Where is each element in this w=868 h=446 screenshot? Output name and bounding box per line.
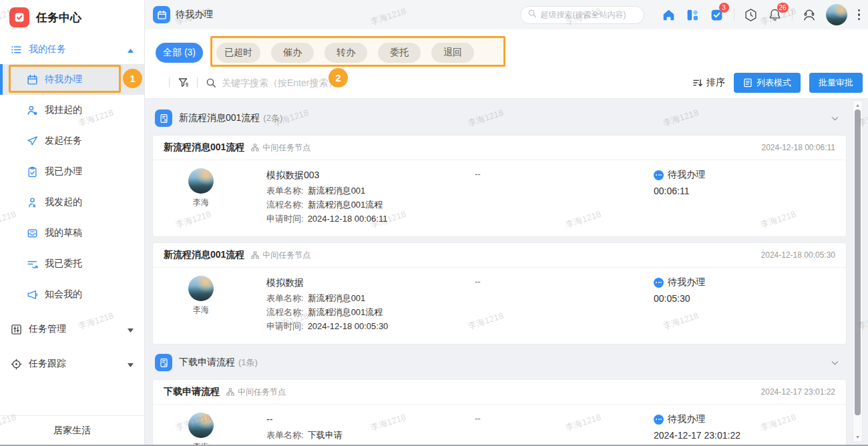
filter-transfer-pill[interactable]: 转办	[324, 43, 367, 63]
sidebar-item-label: 知会我的	[45, 288, 82, 300]
sidebar-item-label: 发起任务	[45, 135, 82, 147]
sidebar-item-cc-to-me[interactable]: 知会我的	[0, 279, 144, 310]
filter-funnel-icon[interactable]	[178, 77, 189, 88]
scroll-down-arrow[interactable]: ▼	[855, 433, 860, 441]
sidebar-item-label: 我挂起的	[45, 104, 82, 116]
group-header[interactable]: 新流程消息001流程 (2条)	[155, 108, 847, 128]
topbar: 待我办理 3	[145, 0, 868, 29]
field-row: 流程名称:新流程消息001流程	[266, 198, 467, 212]
app-title: 任务中心	[36, 10, 81, 25]
sidebar-item-drafts[interactable]: 我的草稿	[0, 218, 144, 248]
task-node: 中间任务节点	[251, 250, 310, 261]
sidebar-item-initiated-by-me[interactable]: 我发起的	[0, 187, 144, 218]
customer-service-icon[interactable]	[802, 7, 817, 22]
status-column: 待我办理 00:05:30	[654, 276, 835, 333]
group-title: 下载申请流程	[179, 357, 235, 369]
group-header[interactable]: 下载申请流程 (1条)	[155, 353, 847, 373]
filter-return-pill[interactable]: 退回	[431, 43, 474, 63]
filter-urge-pill[interactable]: 催办	[271, 43, 314, 63]
chevron-down-icon[interactable]	[830, 358, 840, 368]
task-node: 中间任务节点	[251, 142, 310, 154]
status-time: 00:05:30	[654, 293, 835, 304]
scrollbar[interactable]: ▲ ▼	[853, 100, 863, 442]
megaphone-icon	[27, 289, 38, 300]
notification-count-badge: 26	[777, 3, 789, 13]
task-flow-title: 下载申请流程	[164, 386, 220, 398]
sidebar-item-suspended[interactable]: 我挂起的	[0, 95, 144, 126]
sidebar: 任务中心 我的任务 待我办理 我挂起的	[0, 0, 145, 445]
sidebar-footer[interactable]: 居家生活	[0, 415, 144, 445]
user-avatar[interactable]	[826, 4, 847, 25]
task-card[interactable]: 新流程消息001流程 中间任务节点 2024-12-18 00:05:30 李海…	[152, 242, 847, 345]
scroll-up-arrow[interactable]: ▲	[855, 101, 860, 109]
task-card[interactable]: 新流程消息001流程 中间任务节点 2024-12-18 00:06:11 李海…	[152, 135, 847, 237]
list-mode-button[interactable]: 列表模式	[734, 73, 801, 93]
status-column: 待我办理 2024-12-17 23:01:22	[654, 413, 835, 446]
task-subject: 模拟数据003	[266, 168, 467, 182]
chevron-up-icon[interactable]	[128, 44, 134, 55]
sidebar-item-handled[interactable]: 我已办理	[0, 156, 144, 187]
task-subject: 模拟数据	[266, 276, 467, 289]
list-icon	[11, 44, 22, 55]
more-menu-icon[interactable]	[857, 8, 862, 22]
divider	[197, 77, 198, 87]
sidebar-item-label: 待我办理	[45, 73, 82, 85]
topbar-actions: 3 26	[520, 4, 862, 25]
task-list: 新流程消息001流程 (2条) 新流程消息001流程 中间任务节点 2024-1…	[145, 99, 868, 446]
field-row: 表单名称:新流程消息001	[266, 291, 467, 305]
calendar-icon	[27, 74, 38, 85]
flow-node-icon	[251, 144, 259, 152]
list-mode-icon	[743, 78, 752, 87]
sidebar-section-label: 我的任务	[29, 43, 66, 55]
filter-overdue-pill[interactable]: 已超时	[216, 43, 260, 63]
filter-row: 全部 (3) 已超时 催办 转办 委托 退回	[145, 29, 868, 67]
filter-entrust-pill[interactable]: 委托	[378, 43, 421, 63]
clipboard-check-icon	[27, 166, 38, 178]
chevron-down-icon[interactable]	[128, 359, 134, 369]
history-clock-icon[interactable]	[744, 7, 758, 22]
task-datetime: 2024-12-18 00:06:11	[761, 143, 835, 152]
task-card[interactable]: 下载申请流程 中间任务节点 2024-12-17 23:01:22 李海 --	[152, 379, 847, 446]
sort-button[interactable]: 排序	[692, 77, 725, 89]
bell-icon[interactable]: 26	[768, 7, 783, 22]
batch-approve-button[interactable]: 批量审批	[809, 73, 863, 93]
sidebar-item-todo[interactable]: 待我办理	[0, 64, 144, 95]
toolbar-row: 排序 列表模式 批量审批	[145, 67, 868, 98]
task-check-icon[interactable]: 3	[710, 7, 724, 22]
sidebar-item-delegated[interactable]: 我已委托	[0, 248, 144, 279]
sidebar-menu-label: 任务跟踪	[29, 358, 66, 370]
filter-toolbar-zone: 全部 (3) 已超时 催办 转办 委托 退回	[145, 29, 868, 99]
avatar	[188, 168, 214, 194]
brand: 任务中心	[0, 0, 144, 35]
sidebar-item-label: 我已委托	[45, 258, 82, 270]
global-search-input[interactable]	[541, 10, 634, 19]
sidebar-menu-task-tracking[interactable]: 任务跟踪	[0, 349, 144, 379]
sidebar-menu-label: 任务管理	[29, 323, 66, 335]
scrollbar-thumb[interactable]	[855, 109, 861, 415]
chevron-down-icon[interactable]	[128, 324, 134, 334]
user-name: 李海	[182, 304, 220, 316]
filter-all-pill[interactable]: 全部 (3)	[156, 43, 203, 63]
sidebar-menu-task-management[interactable]: 任务管理	[0, 314, 144, 345]
flow-node-icon	[251, 251, 259, 259]
task-flow-title: 新流程消息001流程	[164, 142, 244, 154]
chevron-down-icon[interactable]	[830, 114, 840, 124]
group-count: (2条)	[263, 112, 282, 124]
keyword-search-input[interactable]	[222, 77, 435, 88]
sidebar-section-my-tasks[interactable]: 我的任务	[0, 35, 144, 64]
home-icon[interactable]	[662, 7, 676, 22]
divider	[734, 9, 734, 21]
sidebar-item-initiate[interactable]: 发起任务	[0, 126, 144, 156]
user-flag-icon	[27, 197, 38, 208]
global-search[interactable]	[520, 6, 644, 24]
status-time: 2024-12-17 23:01:22	[654, 430, 835, 441]
status-pending-icon	[654, 170, 664, 180]
task-card-body: 李海 模拟数据 表单名称:新流程消息001 流程名称:新流程消息001流程 申请…	[153, 268, 846, 344]
toolbar-right: 排序 列表模式 批量审批	[692, 73, 863, 93]
flow-node-icon	[226, 388, 234, 396]
task-card-header: 新流程消息001流程 中间任务节点 2024-12-18 00:05:30	[153, 243, 846, 268]
app-window: 任务中心 我的任务 待我办理 我挂起的	[0, 0, 868, 446]
apps-grid-icon[interactable]	[686, 7, 700, 22]
task-datetime: 2024-12-18 00:05:30	[761, 250, 835, 260]
target-icon	[11, 359, 22, 370]
